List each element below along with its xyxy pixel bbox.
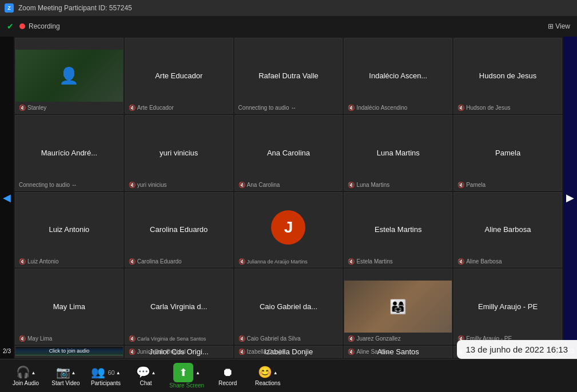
reactions-icon: 😊 xyxy=(258,365,272,379)
participant-tile: Aline Barbosa 🔇 Aline Barbosa xyxy=(453,192,562,268)
chat-icon: 💬 xyxy=(136,365,150,379)
reactions-icon-group: 😊 ▲ xyxy=(258,365,278,380)
headphone-icon: 🎧 xyxy=(16,365,30,379)
chevron-up-icon: ▲ xyxy=(273,370,278,375)
participant-tile: 👤 🔇 Stanley xyxy=(15,38,124,114)
chevron-up-icon: ▲ xyxy=(71,370,76,375)
muted-icon: 🔇 xyxy=(348,105,355,111)
participant-name-label: 🔇 Arte Educador xyxy=(129,105,174,111)
datetime-overlay: 13 de junho de 2022 16:13 xyxy=(457,340,578,359)
datetime-text: 13 de junho de 2022 16:13 xyxy=(466,345,568,354)
participant-tile: Hudson de Jesus 🔇 Hudson de Jesus xyxy=(453,38,562,114)
muted-icon: 🔇 xyxy=(457,105,464,111)
muted-icon: 🔇 xyxy=(238,349,245,355)
participant-avatar: J xyxy=(271,210,305,245)
record-button[interactable]: ⏺ Record xyxy=(208,359,248,392)
start-video-label: Start Video xyxy=(51,380,79,386)
participant-tile: Luiz Antonio 🔇 Luiz Antonio xyxy=(15,192,124,268)
top-bar: ✔ Recording ⊞ View xyxy=(0,16,577,37)
participant-name-label: 🔇 Juarez Gonzallez xyxy=(348,335,400,342)
participant-tile: Click to join audio xyxy=(15,346,124,358)
participant-name-label: Connecting to audio ↔ xyxy=(238,105,297,111)
chat-button[interactable]: 💬 ▲ Chat xyxy=(126,359,166,392)
participant-tile: Ana Carolina 🔇 Ana Carolina xyxy=(234,115,343,191)
participants-grid: 👤 🔇 Stanley Arte Educador 🔇 Arte Educado… xyxy=(14,37,563,359)
start-video-icon-group: 📷 ▲ xyxy=(56,365,76,380)
participant-tile: Izabella Donjie 🔇 Izabella Donjie xyxy=(234,346,343,358)
join-audio-label: Join Audio xyxy=(13,380,39,386)
muted-icon: 🔇 xyxy=(129,349,136,355)
muted-icon: 🔇 xyxy=(129,105,136,111)
muted-icon: 🔇 xyxy=(348,258,355,265)
recording-label: Recording xyxy=(29,22,60,30)
participant-tile: Emilly Araujo - PE 🔇 Emilly Araujo - PE xyxy=(453,269,562,345)
participant-tile: yuri vinicius 🔇 yuri vinicius xyxy=(125,115,233,191)
zoom-icon: Z xyxy=(5,3,14,13)
join-audio-icon-group: 🎧 ▲ xyxy=(16,365,36,380)
bottom-toolbar: 🎧 ▲ Join Audio 📷 ▲ Start Video 👥 60 ▲ Pa… xyxy=(0,359,577,392)
muted-icon: 🔇 xyxy=(457,258,464,265)
participant-name-label: 🔇 Luna Martins xyxy=(348,182,389,188)
muted-icon: 🔇 xyxy=(129,258,136,265)
join-audio-overlay: Click to join audio xyxy=(15,347,123,355)
participant-name-label: 🔇 Julianna de Araújo Martins xyxy=(238,258,308,265)
participant-name-label: 🔇 Estela Martins xyxy=(348,258,392,265)
participant-name-label: 🔇 Luiz Antonio xyxy=(19,258,59,265)
view-button[interactable]: ⊞ View xyxy=(548,22,570,30)
page-indicator-left: 2/3 xyxy=(3,348,11,354)
participant-name-label: 🔇 Aline Santos xyxy=(348,349,388,355)
right-arrow-icon: ▶ xyxy=(566,191,574,204)
participant-name-label: Connecting to audio ↔ xyxy=(19,182,77,188)
muted-icon: 🔇 xyxy=(19,335,26,342)
join-audio-button[interactable]: 🎧 ▲ Join Audio xyxy=(6,359,46,392)
muted-icon: 🔇 xyxy=(238,182,245,188)
participant-name-label: 🔇 Carla Virginia de Sena Santos xyxy=(129,335,206,342)
reactions-label: Reactions xyxy=(255,380,280,386)
participant-name-label: 🔇 Izabella Donjie xyxy=(238,349,285,355)
participant-tile: Junior Cds Origi... 🔇 Junior Cds Origina… xyxy=(125,346,233,358)
chat-icon-group: 💬 ▲ xyxy=(136,365,156,380)
participants-icon: 👥 xyxy=(91,365,105,379)
share-screen-btn: ⬆ xyxy=(173,363,193,382)
record-icon: ⏺ xyxy=(222,366,233,379)
nav-arrow-left[interactable]: ◀ 2/3 xyxy=(0,37,14,359)
share-screen-icon: ⬆ xyxy=(179,367,188,378)
chevron-up-icon: ▲ xyxy=(116,370,121,375)
share-screen-icon-group: ⬆ ▲ xyxy=(173,363,200,382)
muted-icon: 🔇 xyxy=(457,182,464,188)
participant-name-label: 🔇 Indalécio Ascendino xyxy=(348,105,407,111)
participant-name-label: 🔇 Caio Gabriel da Silva xyxy=(238,335,301,342)
participants-icon-group: 👥 60 ▲ xyxy=(91,365,120,380)
participant-name-label: 🔇 Carolina Eduardo xyxy=(129,258,182,265)
share-screen-button[interactable]: ⬆ ▲ Share Screen xyxy=(166,359,208,392)
reactions-button[interactable]: 😊 ▲ Reactions xyxy=(248,359,288,392)
start-video-button[interactable]: 📷 ▲ Start Video xyxy=(46,359,86,392)
participant-photo: 👨‍👩‍👧 xyxy=(344,281,452,333)
connection-status-icon: ✔ xyxy=(7,22,14,31)
participant-tile: Rafael Dutra Valle Connecting to audio ↔ xyxy=(234,38,343,114)
participant-tile: Carolina Eduardo 🔇 Carolina Eduardo xyxy=(125,192,233,268)
nav-arrow-right[interactable]: ▶ 2/3 xyxy=(563,37,577,359)
stanley-photo: 👤 xyxy=(15,50,123,102)
muted-icon: 🔇 xyxy=(348,335,355,342)
muted-icon: 🔇 xyxy=(348,182,355,188)
chat-label: Chat xyxy=(140,380,152,386)
participants-button[interactable]: 👥 60 ▲ Participants xyxy=(86,359,126,392)
muted-icon: 🔇 xyxy=(19,105,26,111)
participant-tile: Caio Gabriel da... 🔇 Caio Gabriel da Sil… xyxy=(234,269,343,345)
participant-tile: May Lima 🔇 May Lima xyxy=(15,269,124,345)
participant-name-label: 🔇 Stanley xyxy=(19,105,46,111)
participant-tile: Luna Martins 🔇 Luna Martins xyxy=(344,115,452,191)
participant-name-label: 🔇 May Lima xyxy=(19,335,52,342)
recording-indicator: ✔ Recording xyxy=(7,22,60,31)
muted-icon: 🔇 xyxy=(238,258,245,265)
main-content: ◀ 2/3 👤 🔇 Stanley Arte Educador 🔇 Arte E… xyxy=(0,37,577,359)
muted-icon: 🔇 xyxy=(19,258,26,265)
record-label: Record xyxy=(218,380,237,386)
chevron-up-icon: ▲ xyxy=(152,370,156,375)
participant-tile: Aline Santos 🔇 Aline Santos xyxy=(344,346,452,358)
participant-name-label: 🔇 yuri vinicius xyxy=(129,182,167,188)
title-bar: Z Zoom Meeting Participant ID: 557245 xyxy=(0,0,577,16)
participant-tile: Pamela 🔇 Pamela xyxy=(453,115,562,191)
share-screen-label: Share Screen xyxy=(169,382,204,389)
